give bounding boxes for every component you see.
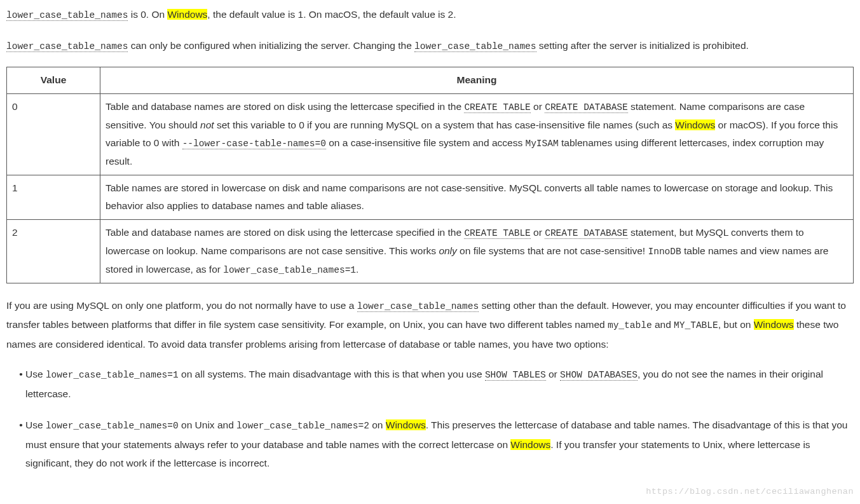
watermark: https://blog.csdn.net/ceciliawanghenan [646,484,854,490]
values-table: Value Meaning 0 Table and database names… [6,67,854,283]
text: or [531,227,545,238]
options-list: Use lower_case_table_names=1 on all syst… [6,365,854,472]
code-create-database: CREATE DATABASE [545,102,628,113]
text: is 0. On [128,9,167,20]
text: setting after the server is initialized … [536,40,749,51]
code-mytable-lower: my_table [608,320,652,330]
paragraph-1: lower_case_table_names is 0. On Windows,… [6,5,854,25]
code-show-databases: SHOW DATABASES [560,370,638,381]
text: or [531,101,545,112]
text: , the default value is 1. On macOS, the … [207,9,456,20]
code-lctn: lower_case_table_names [6,10,128,21]
code-lctn2: lower_case_table_names=2 [236,421,369,431]
cell-meaning: Table names are stored in lowercase on d… [100,175,854,219]
cell-value: 1 [7,175,100,219]
text: If you are using MySQL on only one platf… [6,300,357,311]
code-lctn: lower_case_table_names [6,41,128,52]
text: Use [25,419,46,430]
text: set this variable to 0 if you are runnin… [214,119,676,130]
list-item: Use lower_case_table_names=0 on Unix and… [25,416,854,472]
code-show-tables: SHOW TABLES [485,370,546,381]
table-row: 1 Table names are stored in lowercase on… [7,175,854,219]
text: , but on [718,319,754,330]
highlight-windows: Windows [754,319,794,330]
paragraph-3: If you are using MySQL on only one platf… [6,296,854,354]
text: and [652,319,674,330]
code-create-table: CREATE TABLE [464,228,530,239]
text: can only be configured when initializing… [128,40,414,51]
code-lctn: lower_case_table_names [414,41,536,52]
text: on all systems. The main disadvantage wi… [179,369,485,379]
emphasis-only: only [439,245,456,256]
highlight-windows: Windows [510,439,550,450]
code-mytable-upper: MY_TABLE [674,320,718,330]
list-item: Use lower_case_table_names=1 on all syst… [25,365,854,403]
text: Table and database names are stored on d… [106,227,464,238]
table-header-row: Value Meaning [7,67,854,94]
cell-meaning: Table and database names are stored on d… [100,93,854,175]
code-lctn1: lower_case_table_names=1 [46,370,179,380]
table-row: 2 Table and database names are stored on… [7,220,854,283]
text: . [356,264,358,275]
text: on Unix and [179,419,236,430]
text: on [369,419,386,430]
cell-value: 2 [7,220,100,283]
code-innodb: InnoDB [648,247,681,257]
code-lctn: lower_case_table_names [357,301,479,312]
code-myisam: MyISAM [525,139,558,149]
text: on file systems that are not case-sensit… [457,245,648,256]
text: Table and database names are stored on d… [106,101,464,112]
code-create-database: CREATE DATABASE [545,228,628,239]
code-lctn1: lower_case_table_names=1 [223,265,356,275]
code-create-table: CREATE TABLE [464,102,530,113]
text: on a case-insensitive file system and ac… [326,137,526,148]
table-row: 0 Table and database names are stored on… [7,93,854,175]
paragraph-2: lower_case_table_names can only be confi… [6,36,854,56]
highlight-windows: Windows [675,119,715,130]
emphasis-not: not [200,119,214,130]
code-lctn0: lower_case_table_names=0 [46,421,179,431]
code-option: --lower-case-table-names=0 [182,139,326,149]
text: Use [25,369,46,379]
highlight-windows: Windows [386,419,426,430]
text: or [546,369,560,379]
col-meaning: Meaning [100,67,854,94]
highlight-windows: Windows [167,9,207,20]
cell-meaning: Table and database names are stored on d… [100,220,854,283]
cell-value: 0 [7,93,100,175]
col-value: Value [7,67,100,94]
